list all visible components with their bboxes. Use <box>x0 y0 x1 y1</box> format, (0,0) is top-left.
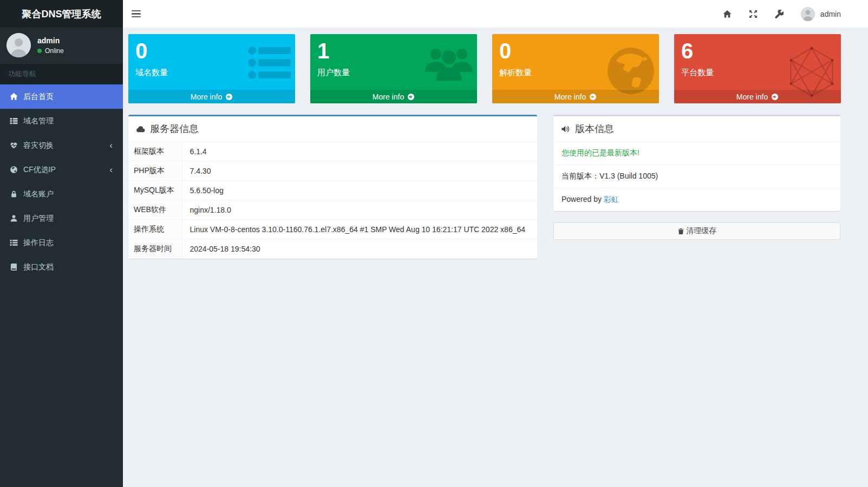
globe-icon <box>9 165 18 174</box>
book-icon <box>9 262 18 272</box>
stat-box-records: 0 解析数量 More info <box>492 34 659 103</box>
table-row: 操作系统 Linux VM-0-8-centos 3.10.0-1160.76.… <box>128 220 537 239</box>
user-icon <box>9 214 18 223</box>
powered-by-text: Powered by <box>562 195 602 203</box>
stat-value: 1 <box>317 38 472 63</box>
home-icon <box>723 10 732 18</box>
row-value: 6.1.4 <box>182 142 537 161</box>
sidebar-item-label: 容灾切换 <box>23 141 54 150</box>
more-info-link[interactable]: More info <box>128 90 295 103</box>
fullscreen-button[interactable] <box>749 9 758 18</box>
hamburger-icon <box>132 10 141 12</box>
panel-title: 服务器信息 <box>150 122 199 135</box>
stat-box-platforms: 6 平台数量 More info <box>674 34 841 103</box>
sidebar-item-operation-log[interactable]: 操作日志 <box>0 231 123 255</box>
server-info-panel: 服务器信息 框架版本 6.1.4 PHP版本 7.4.30 MySQL版本 5.… <box>128 115 537 259</box>
row-value: Linux VM-0-8-centos 3.10.0-1160.76.1.el7… <box>182 220 537 239</box>
settings-button[interactable] <box>775 9 784 18</box>
row-value: 2024-05-18 19:54:30 <box>182 239 537 259</box>
table-row: PHP版本 7.4.30 <box>128 161 537 181</box>
sidebar-section-label: 功能导航 <box>0 64 123 84</box>
sidebar-item-domain-manage[interactable]: 域名管理 <box>0 109 123 133</box>
stat-label: 域名数量 <box>135 68 290 78</box>
row-label: PHP版本 <box>128 161 182 181</box>
row-value: 5.6.50-log <box>182 181 537 200</box>
cloud-icon <box>136 124 145 134</box>
arrow-circle-right-icon <box>589 93 597 101</box>
table-row: 框架版本 6.1.4 <box>128 142 537 161</box>
app-title: 聚合DNS管理系统 <box>22 8 101 21</box>
online-status-icon <box>37 49 42 53</box>
stat-label: 解析数量 <box>499 68 654 78</box>
stat-box-domains: 0 域名数量 More info <box>128 34 295 103</box>
sidebar-item-label: 操作日志 <box>23 238 54 248</box>
row-label: 框架版本 <box>128 142 182 161</box>
stats-row: 0 域名数量 More info 1 用户数量 More info <box>128 34 868 103</box>
sidebar-item-domain-accounts[interactable]: 域名账户 <box>0 182 123 206</box>
row-label: 操作系统 <box>128 220 182 239</box>
lock-icon <box>9 189 18 199</box>
home-button[interactable] <box>723 9 732 18</box>
row-value: 7.4.30 <box>182 161 537 181</box>
clear-cache-button[interactable]: 清理缓存 <box>553 222 840 240</box>
app-logo[interactable]: 聚合DNS管理系统 <box>0 0 123 28</box>
home-icon <box>9 92 18 101</box>
table-row: MySQL版本 5.6.50-log <box>128 181 537 200</box>
chevron-left-icon: ‹ <box>109 141 115 150</box>
table-row: WEB软件 nginx/1.18.0 <box>128 200 537 220</box>
row-label: 服务器时间 <box>128 239 182 259</box>
user-status[interactable]: Online <box>37 47 64 55</box>
server-info-table: 框架版本 6.1.4 PHP版本 7.4.30 MySQL版本 5.6.50-l… <box>128 141 537 259</box>
table-row: 服务器时间 2024-05-18 19:54:30 <box>128 239 537 259</box>
stat-value: 6 <box>681 38 836 63</box>
sidebar-item-user-manage[interactable]: 用户管理 <box>0 206 123 231</box>
user-status-label: Online <box>45 47 64 55</box>
stat-value: 0 <box>135 38 290 63</box>
current-version-text: 当前版本：V1.3 (Build 1005) <box>553 164 840 188</box>
th-list-icon <box>9 116 18 126</box>
main-content: 0 域名数量 More info 1 用户数量 More info <box>123 28 868 487</box>
trash-icon <box>677 228 684 235</box>
expand-arrows-icon <box>749 10 758 18</box>
list-icon <box>9 238 18 247</box>
navbar-avatar <box>801 7 815 21</box>
sidebar-item-label: CF优选IP <box>23 165 56 175</box>
sidebar-item-cf-ip[interactable]: CF优选IP ‹ <box>0 157 123 182</box>
row-label: MySQL版本 <box>128 181 182 200</box>
user-avatar <box>6 33 31 57</box>
stat-label: 用户数量 <box>317 68 472 78</box>
stat-value: 0 <box>499 38 654 63</box>
row-label: WEB软件 <box>128 200 182 220</box>
sidebar-item-label: 接口文档 <box>23 262 54 272</box>
powered-by-row: Powered by 彩虹 <box>553 188 840 211</box>
stat-box-users: 1 用户数量 More info <box>310 34 477 103</box>
arrow-circle-right-icon <box>771 93 779 101</box>
sidebar-item-failover[interactable]: 容灾切换 ‹ <box>0 133 123 157</box>
heartbeat-icon <box>9 141 18 150</box>
user-menu[interactable]: admin <box>801 7 841 21</box>
user-name: admin <box>37 36 64 45</box>
powered-by-link[interactable]: 彩虹 <box>604 195 619 203</box>
latest-version-text: 您使用的已是最新版本! <box>553 141 840 164</box>
navbar-username: admin <box>820 10 841 18</box>
arrow-circle-right-icon <box>407 93 415 101</box>
sidebar-item-dashboard[interactable]: 后台首页 <box>0 84 123 109</box>
wrench-icon <box>775 10 784 18</box>
sidebar-item-api-docs[interactable]: 接口文档 <box>0 255 123 279</box>
panel-title: 版本信息 <box>575 122 614 135</box>
arrow-circle-right-icon <box>225 93 233 101</box>
version-info-panel: 版本信息 您使用的已是最新版本! 当前版本：V1.3 (Build 1005) … <box>553 115 840 211</box>
row-value: nginx/1.18.0 <box>182 200 537 220</box>
top-navbar: admin <box>123 0 868 28</box>
sidebar-item-label: 域名账户 <box>23 189 54 199</box>
menu-toggle-button[interactable] <box>123 0 149 28</box>
sidebar-user-panel: admin Online <box>0 28 123 64</box>
volume-icon <box>561 124 570 134</box>
more-info-link[interactable]: More info <box>310 90 477 103</box>
stat-label: 平台数量 <box>681 68 836 78</box>
chevron-left-icon: ‹ <box>109 165 115 174</box>
sidebar-item-label: 用户管理 <box>23 214 54 223</box>
sidebar: 聚合DNS管理系统 admin Online 功能导航 后台首页 域名管理 容灾… <box>0 0 123 487</box>
sidebar-item-label: 后台首页 <box>23 92 54 102</box>
sidebar-item-label: 域名管理 <box>23 116 54 126</box>
